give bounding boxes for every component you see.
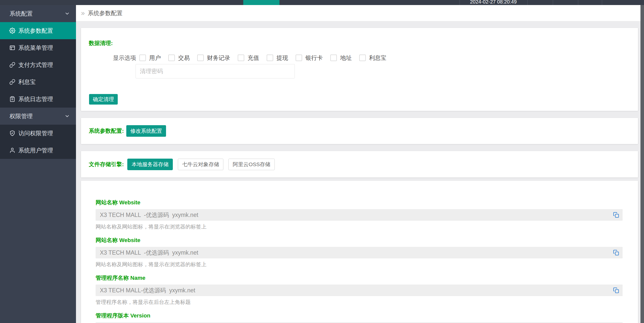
sidebar-item-payment-method-mgmt[interactable]: 支付方式管理	[0, 56, 76, 73]
form-field-4: 管理程序版本 Version	[96, 312, 623, 323]
breadcrumb-chevrons-icon: »	[81, 10, 85, 17]
main-area: » 系统参数配置 数据清理: 显示选项 用户 交易 财务记录 充值 提现 银	[76, 5, 640, 323]
checkbox[interactable]	[168, 55, 175, 61]
link-icon	[9, 79, 15, 85]
field-help-text: 管理程序名称，将显示在后台左上角标题	[96, 299, 623, 305]
topbar: 2024-02-27 08:20:49	[0, 0, 644, 5]
data-cleanup-card: 数据清理: 显示选项 用户 交易 财务记录 充值 提现 银行卡 地址 利息宝	[81, 28, 638, 111]
topbar-separator	[602, 0, 602, 5]
chevron-down-icon	[64, 11, 70, 16]
copy-icon[interactable]	[613, 287, 619, 293]
system-config-label: 系统参数配置:	[89, 127, 124, 135]
cleanup-option-7[interactable]: 地址	[330, 54, 352, 62]
sidebar-item-system-params-config[interactable]: 系统参数配置	[0, 22, 76, 39]
cleanup-option-8[interactable]: 利息宝	[359, 54, 386, 62]
checkbox[interactable]	[139, 55, 146, 61]
checkbox[interactable]	[359, 55, 366, 61]
field-label: 网站名称 Website	[96, 237, 623, 244]
sidebar-item-system-menu-mgmt[interactable]: 系统菜单管理	[0, 39, 76, 56]
storage-option-1[interactable]: 本地服务器存储	[127, 159, 173, 170]
gear-icon	[9, 28, 15, 34]
clock-timestamp: 2024-02-27 08:20:49	[470, 0, 517, 5]
cleanup-option-4[interactable]: 充值	[238, 54, 259, 62]
checkbox[interactable]	[238, 55, 244, 61]
sidebar-item-lixibao[interactable]: 利息宝	[0, 73, 76, 90]
field-label: 网站名称 Website	[96, 199, 623, 206]
topbar-separator	[553, 0, 553, 5]
shield-icon	[9, 130, 15, 136]
breadcrumb: » 系统参数配置	[76, 5, 640, 21]
field-input[interactable]: X3 TECH MALL -优选源码 yxymk.net	[96, 247, 623, 258]
field-value: X3 TECH MALL -优选源码 yxymk.net	[96, 209, 623, 221]
checkbox[interactable]	[267, 55, 273, 61]
sidebar: 系统配置 系统参数配置 系统菜单管理 支付方式管理 利息宝 系统日志管理 权限管…	[0, 5, 76, 323]
checkbox[interactable]	[197, 55, 204, 61]
field-label: 管理程序名称 Name	[96, 274, 623, 281]
storage-engine-card: 文件存储引擎: 本地服务器存储 七牛云对象存储 阿里云OSS存储	[81, 151, 638, 177]
topbar-separator	[578, 0, 578, 5]
field-label: 管理程序版本 Version	[96, 312, 623, 319]
storage-engine-label: 文件存储引擎:	[89, 161, 124, 168]
site-settings-card: 网站名称 Website X3 TECH MALL -优选源码 yxymk.ne…	[81, 181, 638, 323]
options-label: 显示选项	[113, 54, 136, 62]
cleanup-option-3[interactable]: 财务记录	[197, 54, 230, 62]
menu-icon	[9, 45, 15, 51]
content: 数据清理: 显示选项 用户 交易 财务记录 充值 提现 银行卡 地址 利息宝	[76, 21, 640, 323]
copy-icon[interactable]	[613, 212, 619, 218]
cleanup-option-2[interactable]: 交易	[168, 54, 190, 62]
form-field-1: 网站名称 Website X3 TECH MALL -优选源码 yxymk.ne…	[96, 199, 623, 230]
confirm-cleanup-button[interactable]: 确定清理	[89, 94, 118, 105]
sidebar-item-system-config-group[interactable]: 系统配置	[0, 5, 76, 22]
page-title: 系统参数配置	[88, 9, 123, 17]
log-icon	[9, 96, 15, 102]
sidebar-item-system-user-mgmt[interactable]: 系统用户管理	[0, 142, 76, 159]
cleanup-option-6[interactable]: 银行卡	[296, 54, 323, 62]
modify-system-config-button[interactable]: 修改系统配置	[126, 125, 166, 137]
user-icon	[9, 147, 15, 153]
field-value: X3 TECH MALL-优选源码 yxymk.net	[96, 285, 623, 296]
topbar-active-tab[interactable]	[243, 0, 279, 5]
link-icon	[9, 62, 15, 68]
vertical-scrollbar[interactable]	[640, 5, 644, 323]
checkbox[interactable]	[330, 55, 337, 61]
chevron-down-icon	[64, 113, 70, 119]
topbar-separator	[527, 0, 528, 5]
topbar-separator	[459, 0, 460, 5]
field-value: X3 TECH MALL -优选源码 yxymk.net	[96, 247, 623, 258]
data-cleanup-title: 数据清理:	[89, 39, 113, 47]
field-input[interactable]: X3 TECH MALL -优选源码 yxymk.net	[96, 209, 623, 221]
cleanup-option-5[interactable]: 提现	[267, 54, 288, 62]
system-config-card: 系统参数配置: 修改系统配置	[81, 118, 638, 144]
sidebar-item-system-log-mgmt[interactable]: 系统日志管理	[0, 90, 76, 108]
field-help-text: 网站名称及网站图标，将显示在浏览器的标签上	[96, 224, 623, 230]
cleanup-option-1[interactable]: 用户	[139, 54, 161, 62]
form-field-3: 管理程序名称 Name X3 TECH MALL-优选源码 yxymk.net …	[96, 274, 623, 305]
cleanup-options-row: 显示选项 用户 交易 财务记录 充值 提现 银行卡 地址 利息宝	[113, 51, 386, 65]
field-input[interactable]: X3 TECH MALL-优选源码 yxymk.net	[96, 285, 623, 296]
sidebar-item-permission-mgmt-group[interactable]: 权限管理	[0, 108, 76, 125]
field-help-text: 网站名称及网站图标，将显示在浏览器的标签上	[96, 261, 623, 267]
copy-icon[interactable]	[613, 250, 619, 256]
form-field-2: 网站名称 Website X3 TECH MALL -优选源码 yxymk.ne…	[96, 237, 623, 267]
sidebar-item-access-permission-mgmt[interactable]: 访问权限管理	[0, 125, 76, 142]
cleanup-password-input[interactable]	[136, 64, 295, 78]
storage-option-3[interactable]: 阿里云OSS存储	[228, 159, 274, 170]
checkbox[interactable]	[296, 55, 302, 61]
storage-option-2[interactable]: 七牛云对象存储	[178, 159, 223, 170]
